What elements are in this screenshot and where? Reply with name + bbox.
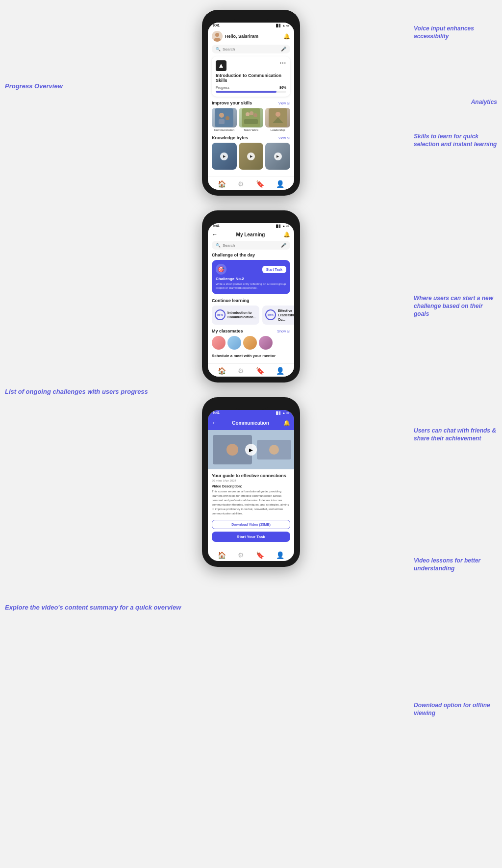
svg-point-9 xyxy=(250,111,253,115)
voice-input-annotation: Voice input enhances accessibility xyxy=(414,25,497,40)
skill-label-lead: Leadership xyxy=(265,128,290,131)
skills-view-all[interactable]: View all xyxy=(278,102,290,105)
nav-profile-2[interactable]: 👤 xyxy=(276,367,284,375)
continue-card-1[interactable]: 86% Introduction to Communication... xyxy=(212,306,259,325)
app-header-1: Hello, Saisriram 🔔 xyxy=(212,31,290,42)
continue-section-header: Continue learning xyxy=(212,298,290,303)
classmate-1[interactable] xyxy=(212,336,226,350)
kb-item-1[interactable]: ▶ xyxy=(212,143,237,170)
play-btn-3[interactable]: ▶ xyxy=(274,153,282,160)
svg-point-19 xyxy=(269,445,279,455)
battery-2: ▭ xyxy=(286,224,289,228)
video-thumbnail[interactable]: ▶ xyxy=(208,430,294,469)
phone-screen-3: 9:41 ▐▌▌ ▲ ▭ ← Communication 🔔 xyxy=(208,410,294,561)
download-annotation: Download option for offline viewing xyxy=(414,701,497,717)
nav-profile-3[interactable]: 👤 xyxy=(276,551,284,559)
svg-point-8 xyxy=(246,112,250,116)
search-input-2[interactable] xyxy=(223,243,279,248)
svg-point-0 xyxy=(215,33,219,37)
mentor-schedule[interactable]: Schedule a meet with your mentor xyxy=(212,354,290,358)
nav-bookmark-2[interactable]: 🔖 xyxy=(256,367,264,375)
video-meta: 20 mins | Apr 2024 xyxy=(212,479,290,482)
bell-icon-2[interactable]: 🔔 xyxy=(283,231,290,238)
skill-communication[interactable]: Communication xyxy=(212,108,237,131)
skill-teamwork[interactable]: Team Work xyxy=(239,108,264,131)
video-play-btn[interactable]: ▶ xyxy=(245,444,257,456)
avatar-1 xyxy=(212,31,223,42)
skill-leadership[interactable]: Leadership xyxy=(265,108,290,131)
card-dots-1[interactable]: ••• xyxy=(279,60,286,66)
bell-icon-1[interactable]: 🔔 xyxy=(283,33,290,40)
video-title: Your guide to effective connections xyxy=(212,473,290,478)
kb-section-title: Knowledge bytes xyxy=(212,135,248,140)
continue-section-title: Continue learning xyxy=(212,298,250,303)
progress-value-1: 86% xyxy=(279,86,286,89)
svg-rect-6 xyxy=(219,119,225,124)
signal-icon: ▐▌▌ xyxy=(275,24,281,27)
skills-section-title: Improve your skills xyxy=(212,101,252,105)
comm-header: ← Communication 🔔 xyxy=(208,415,294,430)
mic-icon-2[interactable]: 🎤 xyxy=(281,243,286,248)
skill-label-comm: Communication xyxy=(212,128,237,131)
card-header-1: ••• xyxy=(216,60,286,71)
kb-view-all[interactable]: View all xyxy=(278,136,290,140)
back-btn-2[interactable]: ← xyxy=(212,231,218,238)
svg-point-17 xyxy=(226,444,238,456)
classmate-3[interactable] xyxy=(243,336,257,350)
nav-home-1[interactable]: 🏠 xyxy=(218,180,226,188)
progress-fill-1 xyxy=(216,91,276,93)
classmates-show-all[interactable]: Show all xyxy=(277,330,290,333)
play-btn-2[interactable]: ▶ xyxy=(247,153,255,160)
main-layout: Progress Overview List of ongoing challe… xyxy=(0,0,502,868)
download-btn[interactable]: Download Video (35MB) xyxy=(212,520,290,529)
classmates-annotation: Users can chat with friends & share thei… xyxy=(414,427,497,442)
signal-2: ▐▌▌ xyxy=(275,225,281,228)
kb-item-3[interactable]: ▶ xyxy=(265,143,290,170)
skill-img-team xyxy=(239,108,264,128)
start-task-full-btn[interactable]: Start Your Task xyxy=(212,532,290,542)
classmates-section-title: My classmates xyxy=(212,329,243,333)
nav-home-3[interactable]: 🏠 xyxy=(218,551,226,559)
classmates-section-header: My classmates Show all xyxy=(212,329,290,333)
mic-icon-1[interactable]: 🎤 xyxy=(281,47,286,51)
video-annotation: Video lessons for better understanding xyxy=(414,557,497,572)
phone-2: 9:41 ▐▌▌ ▲ ▭ ← My Learning 🔔 xyxy=(202,210,300,383)
search-input-1[interactable] xyxy=(223,47,279,51)
start-task-btn[interactable]: Start Task xyxy=(262,266,286,273)
nav-home-2[interactable]: 🏠 xyxy=(218,367,226,375)
continue-card-2[interactable]: 60% Effective Leadership Co... xyxy=(262,306,294,325)
nav-settings-3[interactable]: ⚙ xyxy=(238,551,244,559)
play-btn-1[interactable]: ▶ xyxy=(220,153,228,160)
kb-item-2[interactable]: ▶ xyxy=(239,143,264,170)
circle-progress-2: 60% xyxy=(265,309,276,320)
nav-settings-2[interactable]: ⚙ xyxy=(238,367,244,375)
skills-annotation: Skills to learn for quick selection and … xyxy=(414,132,497,148)
search-bar-1[interactable]: 🔍 🎤 xyxy=(212,45,290,53)
svg-rect-11 xyxy=(244,119,258,124)
kb-row: ▶ ▶ ▶ xyxy=(212,143,290,170)
challenge-section-header: Challenge of the day xyxy=(212,253,290,257)
nav-settings-1[interactable]: ⚙ xyxy=(238,180,244,188)
nav-bookmark-1[interactable]: 🔖 xyxy=(256,180,264,188)
svg-rect-7 xyxy=(242,108,260,127)
classmate-2[interactable] xyxy=(227,336,241,350)
bell-icon-3[interactable]: 🔔 xyxy=(283,420,290,426)
back-btn-3[interactable]: ← xyxy=(212,419,218,426)
bottom-nav-3: 🏠 ⚙ 🔖 👤 xyxy=(208,548,294,561)
nav-profile-1[interactable]: 👤 xyxy=(276,180,284,188)
continue-title-1: Introduction to Communication... xyxy=(227,310,256,319)
nav-bookmark-3[interactable]: 🔖 xyxy=(256,551,264,559)
svg-rect-3 xyxy=(215,108,233,127)
svg-marker-2 xyxy=(219,64,223,68)
challenge-desc: Write a short journal entry reflecting o… xyxy=(216,282,286,290)
skills-section-header: Improve your skills View all xyxy=(212,101,290,105)
classmate-4[interactable] xyxy=(259,336,273,350)
wifi-2: ▲ xyxy=(282,225,285,228)
skill-img-lead xyxy=(265,108,290,128)
ongoing-annotation: List of ongoing challenges with users pr… xyxy=(5,387,148,396)
challenge-section-title: Challenge of the day xyxy=(212,253,255,257)
phones-column: 9:41 ▐▌▌ ▲ ▭ Hello, Saisrir xyxy=(202,10,300,567)
search-bar-2[interactable]: 🔍 🎤 xyxy=(212,241,290,250)
status-bar-2: 9:41 ▐▌▌ ▲ ▭ xyxy=(208,223,294,229)
skill-label-team: Team Work xyxy=(239,128,264,131)
